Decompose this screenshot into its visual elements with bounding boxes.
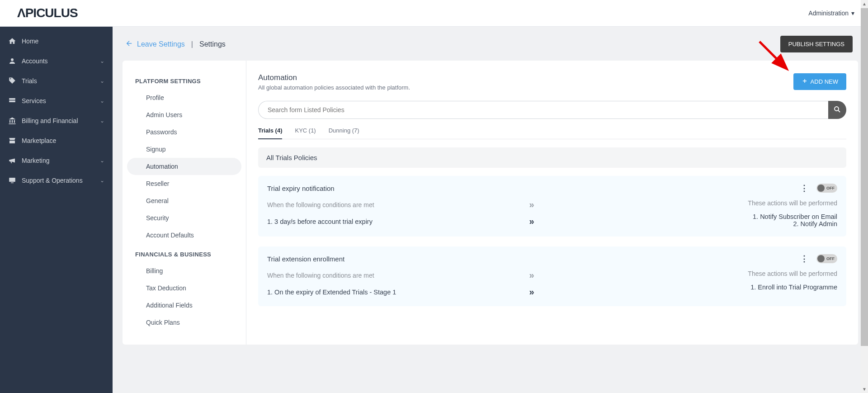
sidebar-item-support[interactable]: Support & Operations ⌄ [0,170,113,190]
arrow-left-icon [125,39,133,49]
policy-menu-button[interactable]: ⋮ [800,254,808,264]
bank-icon [8,117,16,125]
add-new-button[interactable]: ADD NEW [793,73,846,90]
condition-item: 1. 3 day/s before account trial expiry [267,218,373,225]
toggle-knob [817,185,825,192]
settings-nav-account-defaults[interactable]: Account Defaults [127,227,241,244]
settings-nav-automation[interactable]: Automation [127,158,241,175]
panel-title: Automation [258,73,410,82]
settings-nav-billing[interactable]: Billing [127,262,241,279]
topbar: ΛPICULUS Administration ▾ [0,0,868,27]
tag-icon [8,77,16,85]
settings-nav-heading: PLATFORM SETTINGS [123,71,246,89]
tab-dunning[interactable]: Dunning (7) [329,125,359,139]
sidebar-label: Billing and Financial [22,117,78,124]
sidebar-item-trials[interactable]: Trials ⌄ [0,71,113,91]
actions-heading: These actions will be performed [552,199,838,207]
main-sidebar: Home Accounts ⌄ Trials ⌄ [0,27,113,393]
browser-scrollbar[interactable]: ▲ ▼ [861,0,868,393]
double-chevron-icon: » [529,216,534,227]
sidebar-label: Marketplace [22,137,56,144]
conditions-heading: When the following conditions are met [267,201,374,208]
policy-toggle[interactable]: OFF [816,254,837,263]
plus-icon [802,78,808,85]
settings-nav-general[interactable]: General [127,192,241,209]
logo-text: ΛPICULUS [17,6,78,20]
policy-title: Trial extension enrollment [267,255,344,263]
section-heading: All Trials Policies [258,147,846,168]
svg-rect-3 [9,178,15,182]
settings-nav-signup[interactable]: Signup [127,141,241,158]
chevron-down-icon: ⌄ [100,157,104,164]
store-icon [8,137,16,145]
sidebar-item-home[interactable]: Home [0,31,113,51]
conditions-heading: When the following conditions are met [267,272,374,279]
page-title: Settings [199,40,226,48]
scrollbar-thumb[interactable] [861,8,868,346]
panel-subtitle: All global automation policies associate… [258,84,410,91]
tab-kyc[interactable]: KYC (1) [295,125,316,139]
double-chevron-icon: » [529,287,534,297]
svg-point-0 [11,58,14,61]
policy-toggle[interactable]: OFF [816,184,837,193]
caret-down-icon: ▾ [851,9,854,17]
sidebar-item-accounts[interactable]: Accounts ⌄ [0,51,113,71]
policy-tabs: Trials (4) KYC (1) Dunning (7) [258,125,846,139]
toggle-label: OFF [826,256,835,261]
svg-rect-1 [9,98,15,100]
settings-nav-tax-deduction[interactable]: Tax Deduction [127,279,241,297]
search-icon [833,105,841,115]
settings-nav-reseller[interactable]: Reseller [127,175,241,192]
layers-icon [8,97,16,105]
chevron-down-icon: ⌄ [100,78,104,84]
scroll-down-icon: ▼ [861,385,868,393]
search-input[interactable] [258,101,828,119]
double-chevron-icon: » [529,199,534,210]
toggle-knob [817,255,825,262]
settings-nav-security[interactable]: Security [127,209,241,227]
monitor-icon [8,176,16,185]
megaphone-icon [8,156,16,165]
svg-rect-2 [9,100,15,102]
scroll-up-icon: ▲ [861,0,868,8]
breadcrumb-divider: | [191,40,193,48]
search-button[interactable] [828,101,846,119]
leave-settings-link[interactable]: Leave Settings [125,39,185,49]
sidebar-label: Marketing [22,157,49,164]
sidebar-label: Support & Operations [22,177,83,184]
svg-point-4 [835,107,839,111]
content-area: Leave Settings | Settings PUBLISH SETTIN… [113,27,868,393]
publish-settings-button[interactable]: PUBLISH SETTINGS [780,36,853,52]
sidebar-item-services[interactable]: Services ⌄ [0,91,113,111]
settings-card: PLATFORM SETTINGS Profile Admin Users Pa… [123,61,858,345]
policy-card: Trial expiry notification ⋮ OFF [258,176,846,237]
settings-nav: PLATFORM SETTINGS Profile Admin Users Pa… [123,61,246,345]
settings-nav-quick-plans[interactable]: Quick Plans [127,314,241,331]
logo: ΛPICULUS [17,6,78,20]
policy-menu-button[interactable]: ⋮ [800,183,808,193]
action-item: 1. Enroll into Trial Programme [552,284,838,291]
tab-trials[interactable]: Trials (4) [258,125,282,139]
settings-nav-passwords[interactable]: Passwords [127,123,241,141]
admin-dropdown[interactable]: Administration ▾ [808,9,854,17]
policy-card: Trial extension enrollment ⋮ OFF [258,246,846,306]
main-panel: Automation All global automation policie… [246,61,858,345]
chevron-down-icon: ⌄ [100,118,104,124]
sidebar-item-billing[interactable]: Billing and Financial ⌄ [0,111,113,131]
kebab-icon: ⋮ [800,184,808,193]
settings-nav-profile[interactable]: Profile [127,89,241,106]
kebab-icon: ⋮ [800,254,808,263]
settings-nav-heading: FINANCIALS & BUSINESS [123,244,246,262]
chevron-down-icon: ⌄ [100,58,104,64]
sidebar-item-marketplace[interactable]: Marketplace [0,131,113,151]
add-new-label: ADD NEW [811,78,838,85]
chevron-down-icon: ⌄ [100,98,104,104]
user-icon [8,57,16,65]
action-item: 1. Notify Subscriber on Email [552,213,838,220]
settings-nav-admin-users[interactable]: Admin Users [127,106,241,123]
settings-nav-additional-fields[interactable]: Additional Fields [127,297,241,314]
chevron-down-icon: ⌄ [100,177,104,184]
action-item: 2. Notify Admin [552,220,838,227]
policy-title: Trial expiry notification [267,185,335,192]
sidebar-item-marketing[interactable]: Marketing ⌄ [0,151,113,170]
